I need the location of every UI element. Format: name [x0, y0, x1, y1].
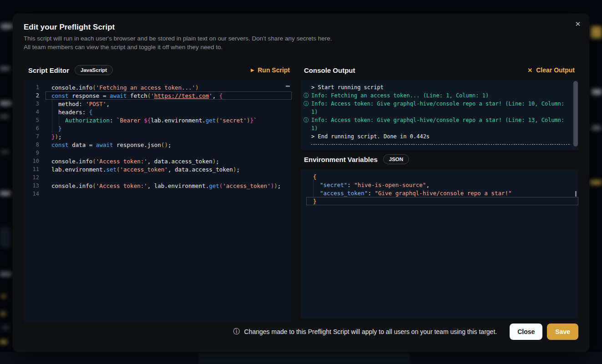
- clear-output-label: Clear Output: [536, 66, 575, 74]
- environment-variables-editor[interactable]: { "secret": "hive-is-open-source", "acce…: [301, 169, 578, 318]
- overview-ruler-mark: [286, 86, 290, 87]
- clear-icon: ✕: [527, 67, 532, 74]
- console-separator: [311, 144, 569, 145]
- indent-guide: [313, 181, 314, 197]
- info-icon: ⓘ: [233, 328, 240, 336]
- console-entry: > End running script. Done in 0.442s: [301, 132, 578, 141]
- overview-ruler-mark: [575, 191, 577, 197]
- console-entry: ⓘInfo: Fetching an access token... (Line…: [301, 91, 578, 100]
- info-circle-icon: ⓘ: [304, 91, 311, 100]
- console-prompt-spacer: [304, 132, 311, 141]
- preflight-script-modal: ✕ Edit your Preflight Script This script…: [13, 14, 589, 352]
- console-output-header: Console Output ✕ Clear Output: [301, 64, 578, 76]
- console-output-panel[interactable]: > Start running scriptⓘInfo: Fetching an…: [301, 80, 578, 150]
- console-output-title: Console Output: [304, 66, 355, 74]
- modal-description-line2: All team members can view the script and…: [24, 44, 223, 51]
- console-entries: > Start running scriptⓘInfo: Fetching an…: [301, 83, 578, 145]
- script-editor-header: Script Editor JavaScript ▶ Run Script: [24, 64, 292, 76]
- console-entry: ⓘInfo: Access token: Give graphql-hive/c…: [301, 100, 578, 116]
- console-scrollbar[interactable]: [573, 81, 578, 147]
- footer-note: ⓘ Changes made to this Preflight Script …: [233, 328, 497, 336]
- script-editor-title: Script Editor: [28, 66, 69, 74]
- environment-variables-lines: { "secret": "hive-is-open-source", "acce…: [301, 172, 578, 205]
- info-circle-icon: ⓘ: [304, 100, 311, 116]
- clear-output-button[interactable]: ✕ Clear Output: [527, 66, 575, 74]
- info-circle-icon: ⓘ: [304, 116, 311, 132]
- script-editor[interactable]: 1console.info('Fetching an access token.…: [24, 80, 292, 322]
- console-prompt-spacer: [304, 83, 311, 91]
- environment-variables-title: Environment Variables: [304, 156, 378, 163]
- console-entry: > Start running script: [301, 83, 578, 91]
- javascript-badge: JavaScript: [75, 65, 113, 75]
- footer-note-text: Changes made to this Preflight Script wi…: [244, 328, 497, 335]
- play-icon: ▶: [251, 68, 254, 72]
- environment-variables-header: Environment Variables JSON: [301, 153, 578, 166]
- indent-guide: [59, 116, 59, 124]
- indent-guide: [52, 100, 52, 132]
- modal-footer: ⓘ Changes made to this Preflight Script …: [233, 324, 578, 340]
- console-entry: ⓘInfo: Access token: Give graphql-hive/c…: [301, 116, 578, 132]
- run-script-button[interactable]: ▶ Run Script: [251, 66, 290, 74]
- save-button[interactable]: Save: [547, 324, 578, 340]
- script-editor-lines: 1console.info('Fetching an access token.…: [24, 83, 292, 198]
- close-icon[interactable]: ✕: [573, 19, 583, 29]
- modal-title: Edit your Preflight Script: [24, 23, 115, 32]
- run-script-label: Run Script: [258, 66, 290, 74]
- json-badge: JSON: [383, 154, 409, 164]
- modal-description-line1: This script will run in each user's brow…: [24, 35, 332, 42]
- close-button[interactable]: Close: [510, 324, 542, 340]
